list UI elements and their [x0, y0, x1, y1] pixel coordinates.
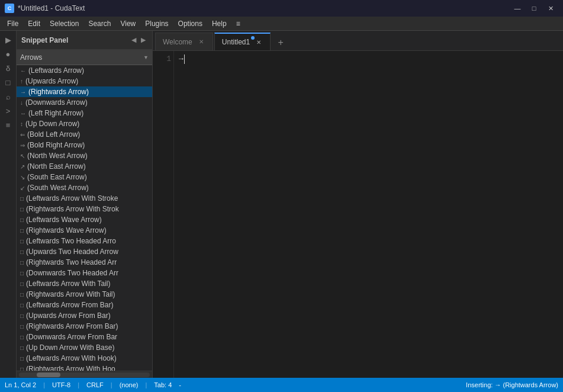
snippet-item-22[interactable]: □(Leftwards Arrow From Bar)	[17, 300, 152, 310]
snippet-item-5[interactable]: ↕(Up Down Arrow)	[17, 118, 152, 129]
snippet-item-icon-23: □	[20, 313, 24, 319]
status-bar: Ln 1, Col 2 | UTF-8 | CRLF | (none) | Ta…	[0, 378, 563, 392]
minimize-button[interactable]: —	[510, 2, 525, 14]
snippet-item-20[interactable]: □(Leftwards Arrow With Tail)	[17, 278, 152, 289]
snippet-item-icon-14: □	[20, 217, 24, 223]
snippet-item-11[interactable]: ↙(South West Arrow)	[17, 182, 152, 193]
tab-welcome[interactable]: Welcome ✕	[155, 33, 213, 50]
menu-selection[interactable]: Selection	[45, 17, 83, 30]
title-bar: C *Untitled1 - CudaText — □ ✕	[0, 0, 563, 17]
snippet-item-icon-19: □	[20, 270, 24, 277]
editor-text[interactable]: →	[174, 51, 563, 378]
menu-view[interactable]: View	[115, 17, 140, 30]
snippet-nav-right[interactable]: ▶	[139, 36, 147, 44]
snippet-item-16[interactable]: □(Leftwards Two Headed Arro	[17, 236, 152, 246]
snippet-item-icon-0: ←	[20, 68, 26, 74]
sidebar-delta-icon[interactable]: δ	[2, 62, 15, 75]
snippet-item-icon-2: →	[20, 89, 26, 95]
snippet-item-label-14: (Leftwards Wave Arrow)	[26, 216, 102, 224]
snippet-category-dropdown[interactable]: Arrows ▼	[17, 50, 152, 65]
tab-welcome-close[interactable]: ✕	[197, 38, 205, 46]
snippet-item-icon-24: □	[20, 323, 24, 330]
snippet-item-28[interactable]: □(Rightwards Arrow With Hoo	[17, 364, 152, 371]
sidebar-file-icon[interactable]: □	[2, 76, 15, 89]
snippet-item-15[interactable]: □(Rightwards Wave Arrow)	[17, 225, 152, 236]
snippet-item-3[interactable]: ↓(Downwards Arrow)	[17, 97, 152, 108]
status-position[interactable]: Ln 1, Col 2	[5, 381, 36, 388]
menu-help[interactable]: Help	[207, 17, 231, 30]
menu-bar: File Edit Selection Search View Plugins …	[0, 17, 563, 31]
menu-file[interactable]: File	[2, 17, 23, 30]
menu-plugins[interactable]: Plugins	[140, 17, 173, 30]
main-area: ▶ ● δ □ ⌕ > ≡ Snippet Panel ◀ ▶ Arrows ▼…	[0, 31, 563, 378]
snippet-dropdown-label: Arrows	[20, 53, 42, 62]
snippet-item-2[interactable]: →(Rightwards Arrow)	[17, 86, 152, 97]
snippet-item-27[interactable]: □(Leftwards Arrow With Hook)	[17, 353, 152, 364]
status-line-ending[interactable]: CRLF	[86, 381, 104, 388]
snippet-item-6[interactable]: ⇐(Bold Left Arrow)	[17, 129, 152, 140]
snippet-item-icon-27: □	[20, 355, 24, 362]
snippet-item-icon-5: ↕	[20, 121, 23, 127]
tab-untitled1-close[interactable]: ✕	[255, 38, 263, 46]
status-syntax[interactable]: (none)	[120, 381, 139, 388]
snippet-item-8[interactable]: ↖(North West Arrow)	[17, 150, 152, 161]
status-tab-size[interactable]: Tab: 4	[154, 381, 172, 388]
snippet-item-label-15: (Rightwards Wave Arrow)	[26, 226, 107, 234]
menu-edit[interactable]: Edit	[23, 17, 45, 30]
tab-untitled1-label: Untitled1	[222, 38, 250, 46]
status-insert-mode: Inserting: → (Rightwards Arrow)	[466, 381, 558, 388]
snippet-item-7[interactable]: ⇒(Bold Right Arrow)	[17, 140, 152, 150]
editor-content: 1 →	[153, 51, 563, 378]
snippet-item-0[interactable]: ←(Leftwards Arrow)	[17, 65, 152, 76]
snippet-item-icon-3: ↓	[20, 99, 23, 106]
menu-search[interactable]: Search	[83, 17, 115, 30]
snippet-item-17[interactable]: □(Upwards Two Headed Arrow	[17, 246, 152, 257]
snippet-hscrollbar[interactable]	[17, 371, 152, 378]
close-button[interactable]: ✕	[543, 2, 558, 14]
snippet-item-label-11: (South West Arrow)	[27, 184, 89, 192]
snippet-item-icon-22: □	[20, 302, 24, 309]
snippet-item-19[interactable]: □(Downwards Two Headed Arr	[17, 268, 152, 278]
snippet-item-24[interactable]: □(Rightwards Arrow From Bar)	[17, 321, 152, 332]
hscroll-thumb	[37, 372, 60, 377]
sidebar-arrow-icon[interactable]: ▶	[2, 33, 15, 46]
snippet-item-25[interactable]: □(Downwards Arrow From Bar	[17, 332, 152, 342]
snippet-item-icon-21: □	[20, 291, 24, 298]
snippet-item-23[interactable]: □(Upwards Arrow From Bar)	[17, 310, 152, 321]
snippet-item-label-1: (Upwards Arrow)	[25, 77, 78, 85]
sidebar-search-icon[interactable]: ⌕	[2, 90, 15, 103]
snippet-item-icon-8: ↖	[20, 153, 25, 159]
tab-untitled1[interactable]: Untitled1 ✕	[214, 33, 271, 50]
snippet-item-label-12: (Leftwards Arrow With Stroke	[26, 194, 118, 203]
dropdown-arrow-icon: ▼	[143, 54, 149, 60]
add-tab-button[interactable]: +	[273, 35, 288, 50]
snippet-item-9[interactable]: ↗(North East Arrow)	[17, 161, 152, 172]
snippet-item-icon-26: □	[20, 345, 24, 351]
snippet-item-13[interactable]: □(Rightwards Arrow With Strok	[17, 204, 152, 214]
snippet-item-18[interactable]: □(Rightwards Two Headed Arr	[17, 257, 152, 268]
snippet-panel: Snippet Panel ◀ ▶ Arrows ▼ ←(Leftwards A…	[17, 31, 153, 378]
snippet-item-21[interactable]: □(Rightwards Arrow With Tail)	[17, 289, 152, 300]
snippet-panel-title: Snippet Panel	[21, 36, 68, 44]
snippet-item-10[interactable]: ↘(South East Arrow)	[17, 172, 152, 182]
snippet-nav-left[interactable]: ◀	[130, 36, 138, 44]
snippet-item-1[interactable]: ↑(Upwards Arrow)	[17, 76, 152, 86]
snippet-item-label-19: (Downwards Two Headed Arr	[26, 269, 118, 277]
snippet-item-label-20: (Leftwards Arrow With Tail)	[26, 279, 110, 288]
snippet-item-4[interactable]: ↔(Left Right Arrow)	[17, 108, 152, 118]
menu-extra[interactable]: ≡	[231, 17, 245, 30]
sidebar-terminal-icon[interactable]: >	[2, 104, 15, 117]
snippet-item-label-9: (North East Arrow)	[27, 162, 86, 171]
snippet-item-12[interactable]: □(Leftwards Arrow With Stroke	[17, 193, 152, 204]
snippet-item-icon-15: □	[20, 227, 24, 234]
snippet-item-icon-6: ⇐	[20, 131, 25, 138]
sidebar-circle-icon[interactable]: ●	[2, 47, 15, 60]
status-encoding[interactable]: UTF-8	[52, 381, 70, 388]
maximize-button[interactable]: □	[526, 2, 542, 14]
snippet-item-14[interactable]: □(Leftwards Wave Arrow)	[17, 214, 152, 225]
sidebar-list-icon[interactable]: ≡	[2, 118, 15, 131]
snippet-item-label-10: (South East Arrow)	[27, 173, 87, 181]
menu-options[interactable]: Options	[173, 17, 207, 30]
snippet-item-26[interactable]: □(Up Down Arrow With Base)	[17, 342, 152, 353]
snippet-list[interactable]: ←(Leftwards Arrow)↑(Upwards Arrow)→(Righ…	[17, 65, 152, 371]
